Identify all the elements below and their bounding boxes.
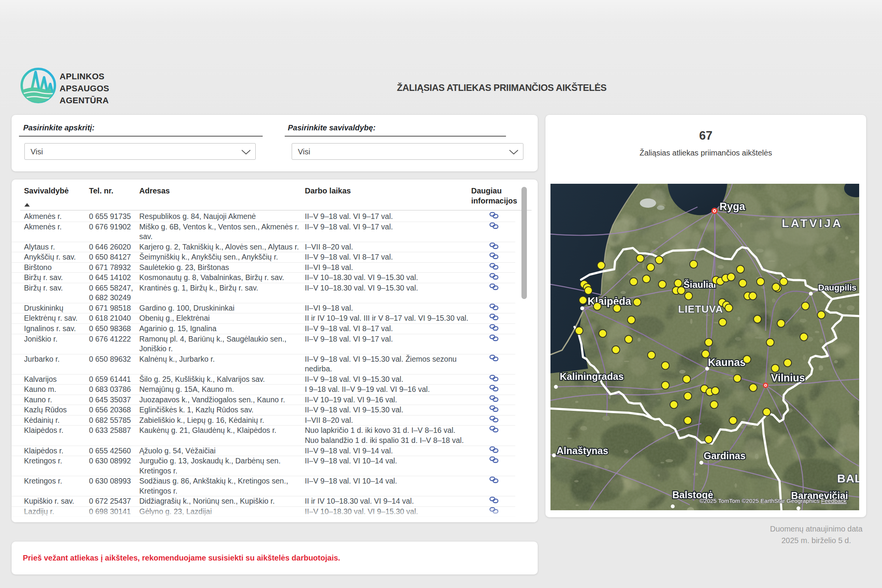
svg-text:Kaliningradas: Kaliningradas bbox=[560, 371, 624, 382]
svg-text:Šiauliai: Šiauliai bbox=[684, 279, 716, 290]
svg-text:Daugpilis: Daugpilis bbox=[818, 283, 856, 292]
svg-text:©2025 TomTom ©2025 EarthStar: ©2025 TomTom ©2025 EarthStar Geographics… bbox=[699, 497, 847, 504]
svg-text:Kaunas: Kaunas bbox=[708, 357, 746, 368]
svg-text:Vilnius: Vilnius bbox=[771, 372, 805, 384]
svg-text:Gardinas: Gardinas bbox=[704, 450, 745, 461]
svg-text:Ryga: Ryga bbox=[720, 201, 745, 212]
svg-text:BAL: BAL bbox=[837, 472, 859, 485]
svg-text:Alnaštynas: Alnaštynas bbox=[557, 445, 608, 456]
svg-text:LATVIJA: LATVIJA bbox=[782, 217, 843, 229]
svg-text:LIETUVA: LIETUVA bbox=[678, 303, 723, 315]
